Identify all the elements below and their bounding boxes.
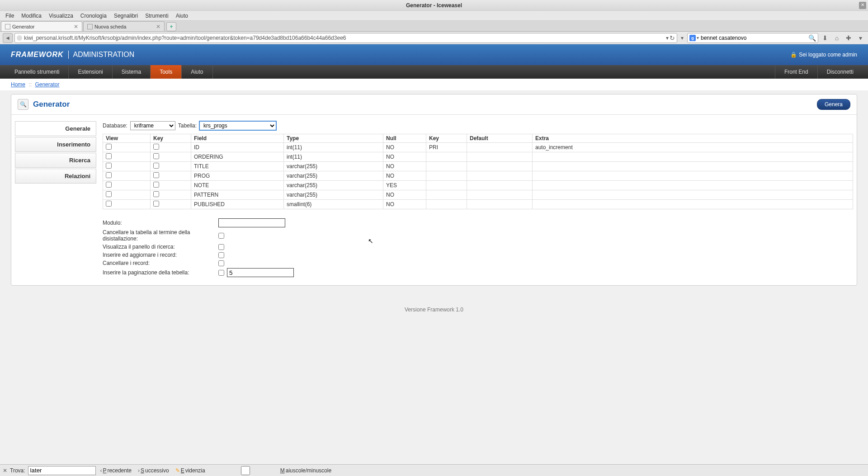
modulo-input[interactable] xyxy=(218,218,285,227)
cell-extra xyxy=(533,200,853,209)
view-checkbox[interactable] xyxy=(106,201,112,207)
tab-close-icon[interactable]: ✕ xyxy=(156,24,160,30)
menu-file[interactable]: File xyxy=(2,12,18,20)
col-null: Null xyxy=(383,134,426,143)
cell-null: NO xyxy=(383,190,426,200)
pagination-checkbox[interactable] xyxy=(218,270,224,276)
cell-default xyxy=(467,200,533,209)
url-input[interactable] xyxy=(24,35,665,41)
tab-generator[interactable]: Generator ✕ xyxy=(1,21,82,31)
key-checkbox[interactable] xyxy=(153,191,159,197)
menu-modifica[interactable]: Modifica xyxy=(18,12,45,20)
search-input[interactable] xyxy=(701,35,808,41)
version-text: Versione Framework 1.0 xyxy=(405,306,463,313)
cell-field: PROG xyxy=(191,171,284,181)
tabella-label: Tabella: xyxy=(178,123,197,129)
drop-table-checkbox[interactable] xyxy=(218,233,224,239)
cell-type: varchar(255) xyxy=(284,181,383,190)
tabella-select[interactable]: krs_progs xyxy=(199,121,276,130)
view-checkbox[interactable] xyxy=(106,163,112,169)
table-row: ORDERING int(11) NO xyxy=(103,152,853,162)
addon-icon[interactable]: ✚ xyxy=(844,33,854,43)
side-tab-ricerca[interactable]: Ricerca xyxy=(15,153,96,168)
view-checkbox[interactable] xyxy=(106,182,112,188)
framework-name: FRAMEWORK xyxy=(11,51,69,59)
cell-type: varchar(255) xyxy=(284,162,383,171)
toolbar-dropdown-icon[interactable]: ▾ xyxy=(855,33,865,43)
cell-default xyxy=(467,143,533,152)
nav-front-end[interactable]: Front End xyxy=(775,65,817,79)
modulo-label: Modulo: xyxy=(103,220,218,226)
cell-null: NO xyxy=(383,171,426,181)
key-checkbox[interactable] xyxy=(153,144,159,150)
window-close-icon[interactable]: ✕ xyxy=(859,2,866,9)
menu-strumenti[interactable]: Strumenti xyxy=(142,12,172,20)
nav-pannello-strumenti[interactable]: Pannello strumenti xyxy=(5,65,69,79)
database-select[interactable]: kriframe xyxy=(130,121,175,130)
breadcrumb-home[interactable]: Home xyxy=(11,81,25,88)
history-dropdown-icon[interactable]: ▾ xyxy=(679,35,685,41)
menu-aiuto[interactable]: Aiuto xyxy=(172,12,192,20)
search-panel-label: Visualizza il panello di ricerca: xyxy=(103,244,218,250)
menu-segnalibri[interactable]: Segnalibri xyxy=(110,12,142,20)
view-checkbox[interactable] xyxy=(106,191,112,197)
breadcrumb-generator[interactable]: Generator xyxy=(35,81,59,88)
cell-key2 xyxy=(426,162,467,171)
url-dropdown-icon[interactable]: ▾ xyxy=(666,35,669,41)
side-tab-inserimento[interactable]: Inserimento xyxy=(15,137,96,152)
reload-icon[interactable]: ↻ xyxy=(670,34,675,42)
cell-key2 xyxy=(426,171,467,181)
side-tab-relazioni[interactable]: Relazioni xyxy=(15,169,96,184)
back-button[interactable]: ◄ xyxy=(3,33,13,43)
tab-title: Generator xyxy=(12,24,72,29)
nav-aiuto[interactable]: Aiuto xyxy=(182,65,212,79)
view-checkbox[interactable] xyxy=(106,153,112,159)
lock-icon: 🔒 xyxy=(790,52,797,58)
table-row: PROG varchar(255) NO xyxy=(103,171,853,181)
new-tab-button[interactable]: + xyxy=(166,22,176,31)
options: Modulo: Cancellare la tabella al termine… xyxy=(103,218,853,277)
side-tab-generale[interactable]: Generale xyxy=(15,121,96,136)
nav-sistema[interactable]: Sistema xyxy=(113,65,151,79)
cell-default xyxy=(467,152,533,162)
key-checkbox[interactable] xyxy=(153,163,159,169)
delete-records-label: Cancellare i record: xyxy=(103,260,218,266)
tab-nuova-scheda[interactable]: Nuova scheda ✕ xyxy=(83,21,165,31)
nav-estensioni[interactable]: Estensioni xyxy=(69,65,112,79)
pagination-input[interactable] xyxy=(227,268,294,277)
key-checkbox[interactable] xyxy=(153,172,159,178)
home-icon[interactable]: ⌂ xyxy=(832,33,842,43)
downloads-icon[interactable]: ⬇ xyxy=(820,33,830,43)
admin-footer: Versione Framework 1.0 xyxy=(0,297,868,323)
nav-tools[interactable]: Tools xyxy=(151,65,182,79)
menu-cronologia[interactable]: Cronologia xyxy=(77,12,110,20)
panel-header: 🔍 Generator Genera xyxy=(11,94,857,115)
tab-favicon-icon xyxy=(5,24,10,29)
site-identity-icon[interactable] xyxy=(17,35,22,41)
col-key: Key xyxy=(151,134,191,143)
insert-update-label: Inserire ed aggiornare i record: xyxy=(103,252,218,258)
insert-update-checkbox[interactable] xyxy=(218,252,224,258)
key-checkbox[interactable] xyxy=(153,153,159,159)
view-checkbox[interactable] xyxy=(106,172,112,178)
nav-disconnetti[interactable]: Disconnetti xyxy=(817,65,863,79)
cell-key2 xyxy=(426,181,467,190)
view-checkbox[interactable] xyxy=(106,144,112,150)
menu-visualizza[interactable]: Visualizza xyxy=(45,12,77,20)
search-panel-checkbox[interactable] xyxy=(218,244,224,250)
key-checkbox[interactable] xyxy=(153,182,159,188)
search-engine-dropdown-icon[interactable]: ▾ xyxy=(697,35,699,40)
search-engine-icon[interactable]: g xyxy=(689,35,696,41)
genera-button[interactable]: Genera xyxy=(817,99,850,110)
tab-close-icon[interactable]: ✕ xyxy=(74,24,78,30)
cell-field: TITLE xyxy=(191,162,284,171)
table-row: PUBLISHED smallint(6) NO xyxy=(103,200,853,209)
db-selectors: Database: kriframe Tabella: krs_progs xyxy=(103,121,853,130)
cell-default xyxy=(467,181,533,190)
key-checkbox[interactable] xyxy=(153,201,159,207)
search-box: g ▾ 🔍 xyxy=(687,33,818,43)
delete-records-checkbox[interactable] xyxy=(218,260,224,266)
search-icon[interactable]: 🔍 xyxy=(808,34,816,42)
cell-field: PATTERN xyxy=(191,190,284,200)
pagination-label: Inserire la paginazione della tebella: xyxy=(103,269,218,276)
